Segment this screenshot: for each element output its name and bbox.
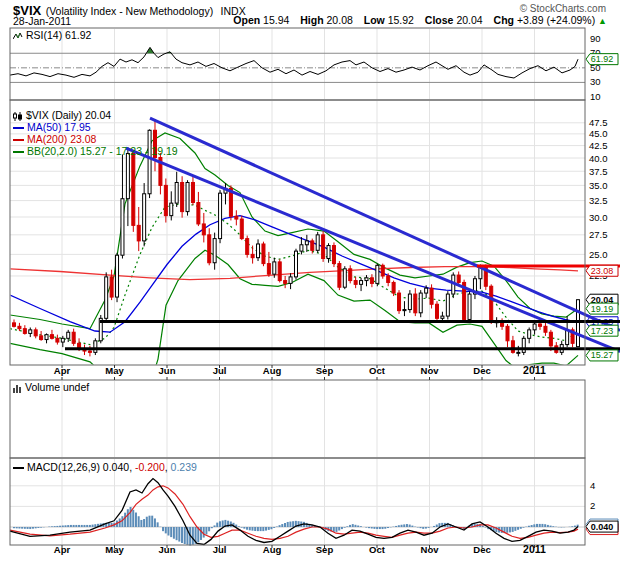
quote-high: High 20.08 xyxy=(300,14,353,26)
svg-text:Jul: Jul xyxy=(213,365,227,376)
svg-text:35.0: 35.0 xyxy=(589,180,608,191)
svg-text:32.5: 32.5 xyxy=(589,195,608,206)
bb-line-icon xyxy=(13,151,24,153)
svg-text:19.19: 19.19 xyxy=(591,304,614,314)
macd-line-icon xyxy=(13,467,24,469)
quote-low: Low 15.92 xyxy=(364,14,414,26)
svg-text:Sep: Sep xyxy=(316,544,334,555)
macd-legend: MACD(12,26,9) 0.040, -0.200, 0.239 xyxy=(13,462,197,473)
svg-text:Oct: Oct xyxy=(369,365,386,376)
rsi-legend: RSI(14) 61.92 xyxy=(13,30,91,41)
svg-text:2: 2 xyxy=(590,500,595,511)
svg-text:90: 90 xyxy=(590,33,601,44)
svg-text:May: May xyxy=(105,365,124,376)
svg-text:23.08: 23.08 xyxy=(591,266,614,276)
svg-text:Apr: Apr xyxy=(54,544,71,555)
svg-text:May: May xyxy=(105,544,124,555)
volume-legend: Volume undef xyxy=(13,382,89,393)
svg-text:Jun: Jun xyxy=(159,544,176,555)
ohlc-quote-row: Open 15.94 High 20.08 Low 15.92 Close 20… xyxy=(225,14,607,26)
svg-text:10: 10 xyxy=(590,91,601,102)
ma200-line-icon xyxy=(13,139,24,141)
svg-text:37.5: 37.5 xyxy=(589,166,608,177)
svg-text:0.040: 0.040 xyxy=(591,522,614,532)
svg-text:4: 4 xyxy=(590,480,595,491)
svg-text:45.0: 45.0 xyxy=(589,128,608,139)
svg-text:Nov: Nov xyxy=(421,544,440,555)
candlestick-icon xyxy=(13,112,23,121)
svg-text:Dec: Dec xyxy=(473,544,490,555)
rsi-panel: 907050301061.92 xyxy=(10,33,618,102)
svg-text:17.23: 17.23 xyxy=(591,326,614,336)
svg-text:61.92: 61.92 xyxy=(591,54,614,64)
main-legend-symbol: $VIX (Daily) 20.04 xyxy=(13,110,111,121)
chart-date: 28-Jan-2011 xyxy=(13,15,71,27)
up-arrow-icon: ▲ xyxy=(598,16,607,26)
svg-text:15.27: 15.27 xyxy=(591,350,614,360)
svg-text:2011: 2011 xyxy=(523,543,546,555)
svg-text:Jul: Jul xyxy=(213,544,227,555)
svg-text:27.5: 27.5 xyxy=(589,229,608,240)
svg-text:Dec: Dec xyxy=(473,365,490,376)
svg-text:47.5: 47.5 xyxy=(589,117,608,128)
svg-text:Jun: Jun xyxy=(159,365,176,376)
main-legend-bollinger: BB(20,2.0) 15.27 - 17.23 - 19.19 xyxy=(13,146,178,157)
stockcharts-credit: © StockCharts.com xyxy=(520,3,606,14)
svg-text:30.0: 30.0 xyxy=(589,212,608,223)
macd-panel: 420.239-0.2000.040 xyxy=(10,479,618,546)
svg-text:Oct: Oct xyxy=(369,544,386,555)
chart-canvas: 907050301061.9217.9547.545.042.540.037.5… xyxy=(0,0,620,566)
volume-bars-icon xyxy=(13,384,22,393)
quote-open: Open 15.94 xyxy=(233,14,289,26)
svg-text:Apr: Apr xyxy=(54,365,71,376)
stockcharts-vix-chart: 907050301061.9217.9547.545.042.540.037.5… xyxy=(0,0,620,566)
svg-text:2011: 2011 xyxy=(523,364,546,376)
svg-text:30: 30 xyxy=(590,76,601,87)
svg-text:Aug: Aug xyxy=(263,365,282,376)
quote-close: Close 20.04 xyxy=(425,14,483,26)
ma50-line-icon xyxy=(13,127,24,129)
quote-change: Chg +3.89 (+24.09%) xyxy=(494,14,596,26)
svg-text:Sep: Sep xyxy=(316,365,334,376)
svg-text:25.0: 25.0 xyxy=(589,249,608,260)
svg-text:42.5: 42.5 xyxy=(589,140,608,151)
main-legend-ma50: MA(50) 17.95 xyxy=(13,122,91,133)
svg-text:40.0: 40.0 xyxy=(589,153,608,164)
svg-text:Aug: Aug xyxy=(263,544,282,555)
svg-text:Nov: Nov xyxy=(421,365,440,376)
main-legend-ma200: MA(200) 23.08 xyxy=(13,134,96,145)
rsi-indicator-icon xyxy=(13,32,23,41)
